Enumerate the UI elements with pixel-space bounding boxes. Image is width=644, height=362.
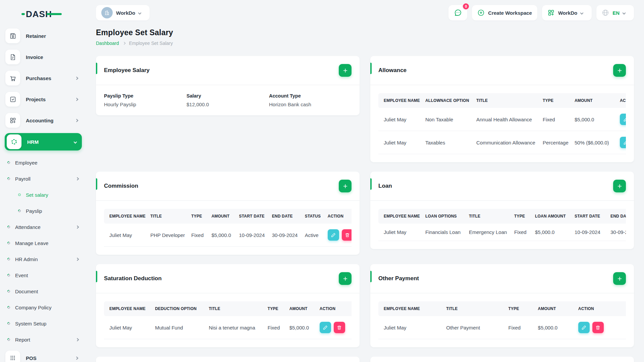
grid-plus-icon [5,113,20,128]
bullet-icon [7,257,10,261]
chevron-down-icon [74,140,77,143]
app-logo[interactable]: DASH [0,5,87,23]
sidebar-item-hrm[interactable]: HRM [5,133,82,150]
sidebar-item-system-setup[interactable]: System Setup [7,315,82,331]
messages-button[interactable]: 0 [448,5,467,20]
check-square-icon [5,92,20,107]
sidebar-item-accounting[interactable]: Accounting [5,112,81,129]
plus-icon [342,68,348,73]
workdo-menu-button[interactable]: WorkDo [542,5,592,20]
sidebar-nav: Retainer Invoice Purchases Projects [0,27,87,150]
edit-button[interactable] [328,229,339,241]
sidebar-item-manage-leave[interactable]: Manage Leave [7,235,82,251]
table-header-row: EMPLOYEE NAME DEDUCTION OPTION TITLE TYP… [104,301,352,316]
header-actions: 0 Create Workspace WorkDo EN [448,5,634,20]
chevron-right-icon [75,119,78,122]
commission-table: EMPLOYEE NAME TITLE TYPE AMOUNT START DA… [104,209,352,247]
delete-button[interactable] [334,322,345,333]
bullet-icon [7,241,10,245]
sidebar-item-hr-admin[interactable]: HR Admin [7,251,82,267]
sidebar-item-label: HRM [27,139,68,145]
sidebar-item-attendance[interactable]: Attendance [7,219,82,235]
sidebar-item-purchases[interactable]: Purchases [5,70,81,86]
edit-button[interactable] [578,322,590,333]
sidebar-item-invoice[interactable]: Invoice [5,49,81,65]
page-title: Employee Set Salary [96,28,634,37]
chevron-down-icon [580,11,584,14]
pencil-icon [623,140,626,145]
trash-icon [337,325,342,330]
chevron-right-icon [76,257,79,261]
cards-grid: Employee Salary Payslip Type Hourly Pays… [96,56,634,362]
delete-button[interactable] [592,322,604,333]
sidebar-item-projects[interactable]: Projects [5,91,81,108]
sidebar-item-payslip[interactable]: Payslip [7,203,82,219]
breadcrumb-dashboard-link[interactable]: Dashboard [96,41,119,46]
chevron-down-icon [138,11,142,14]
workspace-avatar [101,7,113,18]
pencil-icon [331,233,336,238]
plus-icon [342,183,348,189]
bullet-icon [7,273,10,277]
edit-button[interactable] [620,114,626,125]
sidebar-item-set-salary[interactable]: Set salary [7,187,82,203]
sidebar-item-report[interactable]: Report [7,331,82,348]
add-commission-button[interactable] [339,180,352,192]
add-other-payment-button[interactable] [613,272,626,285]
table-row: Juliet May Non Taxable Annual Health All… [378,108,626,131]
chevron-right-icon [76,225,79,229]
chevron-right-icon [76,338,79,341]
table-row: Juliet May Mutual Fund Nisi a tenetur ma… [104,316,352,339]
edit-employee-salary-button[interactable] [339,64,352,77]
saturation-deduction-table: EMPLOYEE NAME DEDUCTION OPTION TITLE TYP… [104,301,352,339]
add-saturation-deduction-button[interactable] [339,272,352,285]
bullet-icon [18,193,21,196]
plus-circle-icon [477,9,485,16]
sidebar-item-label: Accounting [26,118,70,123]
sidebar-item-company-policy[interactable]: Company Policy [7,299,82,315]
create-workspace-button[interactable]: Create Workspace [472,5,537,20]
edit-button[interactable] [620,137,626,148]
table-header-row: EMPLOYEE NAME LOAN OPTIONS TITLE TYPE LO… [378,209,626,224]
delete-button[interactable] [342,229,352,241]
breadcrumb: Dashboard Employee Set Salary [96,41,634,46]
trash-icon [595,325,600,330]
commission-card: Commission EMPLOYEE NAME TITLE TYPE [96,172,360,255]
pencil-icon [323,325,328,330]
sidebar-item-event[interactable]: Event [7,267,82,283]
company-contribution-card: Company Contribution [370,357,634,362]
bullet-icon [7,177,10,180]
employee-salary-card: Employee Salary Payslip Type Hourly Pays… [96,56,360,115]
globe-icon [602,9,609,16]
card-title: Other Payment [378,275,419,282]
pencil-icon [581,325,586,330]
add-loan-button[interactable] [613,180,626,192]
sidebar-item-label: Projects [26,97,70,102]
card-title: Commission [104,183,138,189]
saturation-deduction-card: Saturation Deduction EMPLOYEE NAME DEDUC… [96,264,360,347]
bullet-icon [7,289,10,293]
chevron-right-icon [75,356,78,360]
building-icon [104,10,110,16]
sidebar-bottom-nav: POS CRM [0,350,87,362]
table-header-row: EMPLOYEE NAME ALLOWNACE OPTION TITLE TYP… [378,93,626,108]
plus-icon [617,276,623,282]
grid-plus-icon [547,9,555,16]
language-selector[interactable]: EN [596,5,634,20]
sidebar-item-retainer[interactable]: Retainer [5,27,81,44]
sidebar-item-document[interactable]: Document [7,283,82,299]
edit-button[interactable] [320,322,331,333]
plus-icon [617,183,623,189]
chevron-right-icon [75,76,78,80]
workspace-switcher[interactable]: WorkDo [96,5,150,20]
card-title: Employee Salary [104,67,150,74]
plus-icon [342,276,348,282]
dash-logo-icon: DASH [21,7,62,21]
sidebar-item-payroll[interactable]: Payroll [7,171,82,187]
sidebar-item-employee[interactable]: Employee [7,155,82,171]
hrm-submenu: Employee Payroll Set salary Payslip Atte… [0,154,87,350]
sidebar-item-pos[interactable]: POS [5,350,81,362]
invoice-icon [5,50,20,64]
add-allowance-button[interactable] [613,64,626,77]
table-row: Juliet May Taxables Communication Allowa… [378,131,626,154]
